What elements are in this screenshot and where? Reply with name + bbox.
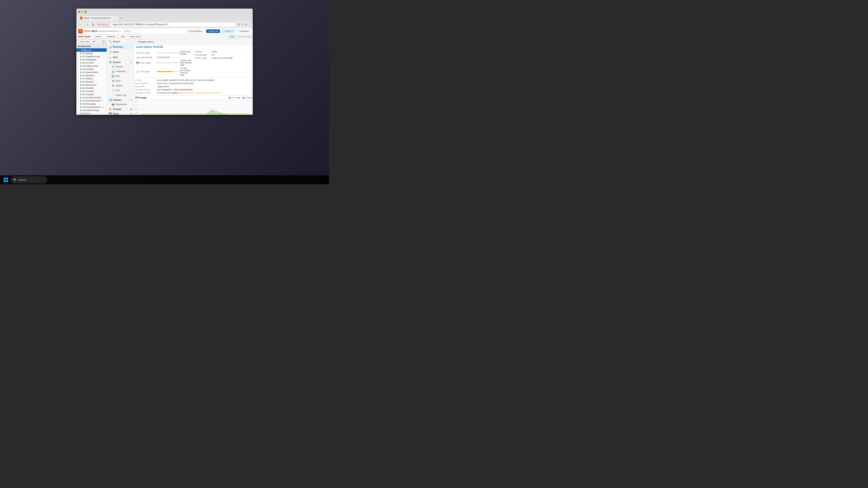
stats-section: 🖥 CPU usage 0.04% of 48 CPU(s) [134, 49, 253, 115]
sidebar-item-139[interactable]: 139 (adventurelog) [76, 109, 107, 112]
svg-rect-8 [6, 180, 8, 182]
back-button[interactable]: ← [78, 22, 83, 27]
sidebar-item-104[interactable]: 104 (wireguard) [76, 58, 107, 61]
nav-group-firewall[interactable]: 🔥 Firewall ▶ [107, 107, 134, 111]
reboot-button[interactable]: Reboot [93, 35, 103, 38]
nav-item-shell[interactable]: >_ Shell [107, 55, 134, 60]
windows-search-bar[interactable]: 🔍 Search [11, 176, 47, 183]
sidebar-item-113[interactable]: 113 (grafana) [76, 74, 107, 77]
windows-search-icon: 🔍 [13, 178, 17, 182]
system-nav-icon: ⚙ [109, 61, 112, 64]
dns-nav-icon: 🌐 [112, 74, 115, 78]
right-stats-col: IO delay 0.00% KSM sharing 0 B SWAP usag… [193, 50, 252, 76]
minimize-window-button[interactable] [81, 11, 84, 13]
sidebar-item-133[interactable]: 133 (heimdall-dashb...) [76, 99, 107, 102]
cert-nav-icon: 🔒 [112, 70, 115, 73]
windows-search-text: Search [18, 178, 26, 181]
nav-sub-item-repositories[interactable]: 📦 Repositories [107, 102, 134, 107]
close-window-button[interactable] [78, 11, 81, 13]
url-input[interactable] [110, 22, 237, 27]
disk-bar-fill [157, 71, 173, 72]
proxmox-search-input[interactable] [123, 29, 141, 33]
cpu-chart-container: 0.2 0.18 0.16 0.14 0.12 [135, 100, 252, 115]
sidebar-item-132[interactable]: 132 (audiobookshelf) [76, 96, 107, 99]
sidebar-item-124[interactable]: 124 (bookstack) [76, 84, 107, 87]
tab-close-button[interactable]: × [114, 17, 116, 20]
sidebar-item-103[interactable]: 103 (Noodle) [76, 87, 107, 90]
forward-button[interactable]: → [85, 22, 90, 27]
load-avg-row: 📊 Load average 0.23.0.10,0.03 [135, 56, 193, 59]
y-label-top: 0.2 [135, 101, 141, 102]
sidebar-item-34[interactable]: 34 (homepage) [76, 102, 107, 105]
nav-group-system[interactable]: ⚙ System ▼ [107, 60, 134, 64]
vm-status-dot [80, 75, 81, 76]
cpu-chart-svg [135, 100, 252, 115]
proxmox-brand-mox: MOX [92, 30, 97, 33]
shield-icon[interactable]: 🛡 [241, 23, 244, 26]
nav-sub-item-network[interactable]: 🔗 Network [107, 64, 134, 69]
nav-sub-item-syslog[interactable]: 📄 System Log [107, 93, 134, 98]
share-button[interactable]: ⬆ [238, 23, 240, 26]
boot-info-row: Boot Mode Legacy BIOS [135, 85, 252, 88]
repo-warning-dot [180, 92, 181, 94]
nav-group-disks[interactable]: 💾 Disks ▼ [107, 111, 134, 115]
y-label-4: 0.14 [135, 112, 141, 113]
sidebar-item-101[interactable]: 101 (dashy) [76, 52, 107, 55]
legend-cpu: CPU usage [228, 97, 240, 99]
pve-update-dot [157, 92, 158, 94]
package-versions-button[interactable]: Package versions [136, 40, 156, 43]
sidebar-item-106[interactable]: 106 (calibre-web) [76, 64, 107, 68]
shell-nav-icon: >_ [109, 56, 112, 59]
nav-sub-item-hosts[interactable]: 🖥 Hosts [107, 78, 134, 84]
nav-group-updates[interactable]: 🔄 Updates ▼ [107, 98, 134, 102]
vm-status-dot [80, 94, 81, 95]
windows-start-button[interactable] [2, 176, 9, 184]
sidebar-item-ayush[interactable]: ▼ 🖥 ayush [76, 48, 107, 52]
nav-sub-item-time[interactable]: 🕐 Time [107, 88, 134, 93]
new-tab-button[interactable]: + [119, 16, 123, 20]
create-ct-button[interactable]: Create CT [222, 29, 235, 33]
sidebar-item-115[interactable]: 115 (tandoor) [76, 80, 107, 84]
sidebar-item-114[interactable]: 114 (trilium) [76, 77, 107, 80]
create-vm-button[interactable]: Create VM [206, 29, 220, 33]
nav-sub-item-options[interactable]: ⚙ Options [107, 84, 134, 88]
nav-item-notes[interactable]: 📝 Notes [107, 50, 134, 55]
shutdown-button[interactable]: Shutdown [104, 35, 118, 38]
sidebar-item-136[interactable]: 136 (homeassistant-c...) [76, 105, 107, 109]
hour-average-label: Hour (average) [237, 35, 251, 38]
disk-usage-row: 💿 / HD space 72.12% (67.74 GiB of 93.90 … [135, 67, 193, 76]
server-view-select[interactable]: Server View [78, 40, 96, 43]
bulk-actions-button[interactable]: Bulk Actions [128, 35, 143, 38]
notes-nav-icon: 📝 [109, 51, 112, 54]
sidebar-item-110[interactable]: 110 (plantminder) [76, 71, 107, 74]
shell-action-button[interactable]: Shell [119, 35, 127, 38]
left-stats-col: 🖥 CPU usage 0.04% of 48 CPU(s) [135, 50, 193, 76]
sidebar-settings-button[interactable]: ⚙ [102, 40, 105, 43]
disks-expand-icon: ▼ [130, 113, 132, 115]
vm-status-dot [80, 109, 81, 111]
active-browser-tab[interactable]: P ayush - Proxmox Virtual Envir... × [77, 15, 118, 21]
disks-nav-icon: 💾 [109, 112, 112, 115]
user-menu-button[interactable]: rock@pam [237, 29, 251, 33]
sidebar-item-100[interactable]: 100 (HA) [76, 112, 107, 115]
help-button[interactable]: Help [228, 35, 237, 38]
nav-item-summary[interactable]: 📊 Summary [107, 44, 134, 50]
nav-sub-item-dns[interactable]: 🌐 DNS [107, 74, 134, 78]
sidebar-item-102[interactable]: 102 (paperless-ngx) [76, 55, 107, 58]
repo-help-link[interactable]: ℹ [219, 92, 219, 94]
sidebar-item-131[interactable]: 131 (casaos) [76, 93, 107, 96]
nav-sub-item-certificates[interactable]: 🔒 Certificates [107, 69, 134, 74]
refresh-button[interactable]: ↻ [91, 22, 95, 27]
download-button[interactable]: ⬇ [245, 23, 247, 26]
sidebar-item-127[interactable]: 127 (cockpit) [76, 90, 107, 93]
documentation-button[interactable]: Documentation [186, 29, 204, 33]
y-label-2: 0.18 [135, 104, 141, 106]
more-options-button[interactable]: ⋯ [248, 23, 251, 26]
system-expand-icon: ▼ [130, 61, 132, 63]
sidebar-item-105[interactable]: 105 (CT105) [76, 61, 107, 64]
nav-item-search[interactable]: 🔍 Search [107, 39, 134, 44]
maximize-window-button[interactable] [85, 11, 87, 13]
network-nav-icon: 🔗 [112, 65, 115, 68]
vm-status-dot [80, 81, 81, 83]
sidebar-item-109[interactable]: 109 (ansible) [76, 68, 107, 71]
